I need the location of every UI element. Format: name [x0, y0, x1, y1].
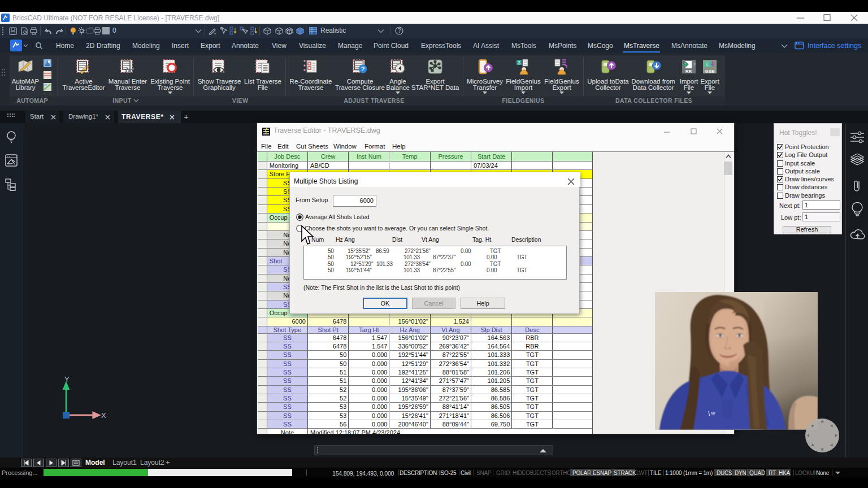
svg-text:Mi: Mi — [711, 411, 715, 415]
svg-text:RR: RR — [685, 69, 692, 74]
svg-text:Y: Y — [64, 375, 70, 384]
svg-text:3: 3 — [518, 60, 520, 66]
svg-text:L: L — [706, 62, 709, 67]
svg-text:GSB: GSB — [705, 69, 715, 74]
svg-text:?: ? — [361, 66, 365, 72]
svg-text:?: ? — [398, 28, 401, 34]
svg-text:X: X — [101, 411, 106, 420]
svg-text:T: T — [693, 62, 696, 67]
